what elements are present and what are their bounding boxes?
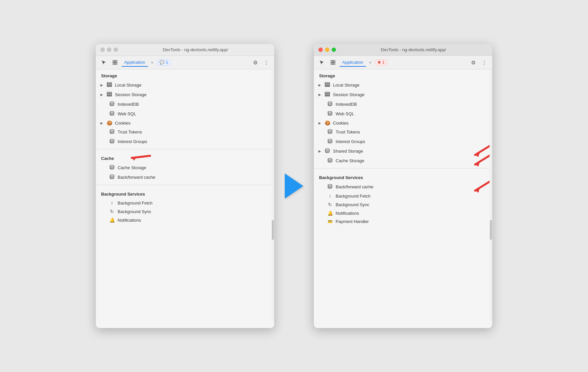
right-cache-storage-icon (327, 158, 333, 164)
right-session-storage-arrow-icon: ▶ (318, 93, 322, 96)
left-storage-header: Storage (96, 69, 274, 80)
right-more-icon[interactable]: ⋮ (480, 58, 489, 67)
right-close-button[interactable] (318, 48, 323, 52)
right-cache-storage-red-arrow (469, 151, 492, 170)
svg-rect-23 (325, 86, 330, 87)
left-settings-icon[interactable]: ⚙ (251, 58, 260, 67)
right-layers-icon[interactable] (328, 58, 338, 67)
svg-point-15 (110, 165, 114, 167)
left-cache-header: Cache (96, 152, 274, 163)
right-interest-groups-label: Interest Groups (336, 139, 365, 144)
right-bg-sync-item[interactable]: ▶ ↻ Background Sync (314, 200, 492, 209)
left-indexeddb-icon (109, 101, 115, 107)
right-maximize-button[interactable] (332, 48, 336, 52)
left-bg-sync-icon: ↻ (109, 209, 115, 214)
right-notifications-icon: 🔔 (327, 210, 333, 216)
left-notifications-item[interactable]: ▶ 🔔 Notifications (96, 216, 274, 224)
right-cache-storage-item[interactable]: ▶ Cache Storage (314, 156, 492, 166)
right-interest-groups-item[interactable]: ▶ Interest Groups (314, 137, 492, 146)
right-settings-icon[interactable]: ⚙ (469, 58, 478, 67)
right-trust-tokens-item[interactable]: ▶ Trust Tokens (314, 127, 492, 137)
left-bg-fetch-item[interactable]: ▶ ↕ Background Fetch (96, 199, 274, 207)
right-storage-header: Storage (314, 69, 492, 80)
right-bg-header: Background Services (314, 171, 492, 182)
right-badge: ✖ 1 (375, 59, 387, 66)
svg-rect-5 (107, 84, 112, 85)
left-websql-label: Web SQL (118, 111, 136, 116)
left-local-storage-arrow-icon: ▶ (100, 83, 104, 87)
right-cookies-arrow-icon: ▶ (318, 121, 322, 125)
left-cookies-item[interactable]: ▶ 🍪 Cookies (96, 119, 274, 127)
left-cookies-label: Cookies (115, 121, 130, 126)
left-layers-icon[interactable] (110, 58, 120, 67)
left-badge: 💬 1 (157, 59, 171, 66)
right-bg-fetch-icon: ↕ (327, 193, 333, 199)
right-window-buttons (318, 48, 336, 52)
left-interest-groups-item[interactable]: ▶ Interest Groups (96, 137, 274, 146)
left-badge-count: 1 (166, 60, 168, 65)
right-select-icon[interactable] (317, 58, 326, 67)
right-minimize-button[interactable] (325, 48, 329, 52)
right-backforward-cache-item[interactable]: ▶ Back/forward cache (314, 182, 492, 192)
left-session-storage-label: Session Storage (115, 92, 146, 97)
right-bg-fetch-label: Background Fetch (336, 194, 371, 199)
right-notifications-item[interactable]: ▶ 🔔 Notifications (314, 209, 492, 217)
right-storage-divider (314, 168, 492, 168)
right-backforward-cache-red-arrow (469, 177, 492, 196)
left-minimize-button[interactable] (107, 48, 111, 52)
left-window-title: DevTools - ng-devtools.netlify.app/ (121, 47, 270, 52)
svg-point-29 (328, 130, 332, 131)
right-session-storage-item[interactable]: ▶ Session Storage (314, 90, 492, 99)
right-payment-handler-item[interactable]: ▶ 💳 Payment Handler (314, 217, 492, 226)
right-indexeddb-icon (327, 101, 333, 107)
right-bg-fetch-item[interactable]: ▶ ↕ Background Fetch (314, 192, 492, 200)
left-devtools-window: DevTools - ng-devtools.netlify.app/ Appl… (96, 44, 274, 328)
right-cache-storage-row: ▶ Cache Storage (314, 156, 492, 166)
right-local-storage-item[interactable]: ▶ Local Storage (314, 80, 492, 90)
left-session-storage-item[interactable]: ▶ Session Storage (96, 90, 274, 99)
left-trust-tokens-item[interactable]: ▶ Trust Tokens (96, 127, 274, 137)
left-tab-application[interactable]: Application (122, 58, 148, 67)
right-cookies-item[interactable]: ▶ 🍪 Cookies (314, 119, 492, 127)
left-interest-groups-label: Interest Groups (118, 139, 147, 144)
right-indexeddb-item[interactable]: ▶ IndexedDB (314, 99, 492, 109)
left-backforward-cache-item[interactable]: ▶ Back/forward cache (96, 172, 274, 182)
left-indexeddb-item[interactable]: ▶ IndexedDB (96, 99, 274, 109)
left-bg-sync-item[interactable]: ▶ ↻ Background Sync (96, 207, 274, 216)
left-close-button[interactable] (100, 48, 105, 52)
left-chevron-icon: » (150, 59, 155, 65)
svg-rect-19 (331, 63, 333, 64)
left-scrollbar-track[interactable] (272, 69, 274, 320)
right-window-title: DevTools - ng-devtools.netlify.app/ (339, 47, 488, 52)
svg-rect-7 (107, 92, 112, 93)
right-shared-storage-item[interactable]: ▶ Shared Storage (314, 146, 492, 156)
right-websql-item[interactable]: ▶ Web SQL (314, 109, 492, 119)
right-shared-storage-icon (324, 148, 330, 154)
left-local-storage-item[interactable]: ▶ Local Storage (96, 80, 274, 90)
left-scrollbar-thumb[interactable] (272, 220, 274, 240)
left-cache-storage-icon (109, 165, 115, 171)
right-scrollbar-thumb[interactable] (490, 220, 492, 240)
blue-arrow (285, 173, 303, 199)
svg-rect-3 (115, 63, 117, 64)
left-websql-item[interactable]: ▶ Web SQL (96, 109, 274, 119)
right-sidebar: Storage ▶ Local Storage ▶ Session Storag… (314, 69, 492, 320)
left-backforward-cache-label: Back/forward cache (118, 175, 155, 180)
left-cache-section-header-row: Cache (96, 152, 274, 163)
left-interest-groups-icon (109, 138, 115, 145)
left-session-storage-arrow-icon: ▶ (100, 93, 104, 96)
right-scrollbar-track[interactable] (490, 69, 492, 320)
left-maximize-button[interactable] (114, 48, 118, 52)
left-window-buttons (100, 48, 118, 52)
left-more-icon[interactable]: ⋮ (262, 58, 271, 67)
svg-rect-6 (107, 86, 112, 87)
svg-rect-1 (115, 60, 117, 62)
left-notifications-icon: 🔔 (109, 217, 115, 223)
left-cache-storage-item[interactable]: ▶ Cache Storage (96, 163, 274, 172)
right-tab-application[interactable]: Application (340, 58, 366, 67)
right-local-storage-label: Local Storage (333, 83, 359, 88)
blue-arrow-container (285, 173, 303, 199)
svg-rect-17 (331, 60, 333, 62)
left-trust-tokens-icon (109, 129, 115, 135)
left-select-icon[interactable] (99, 58, 108, 67)
